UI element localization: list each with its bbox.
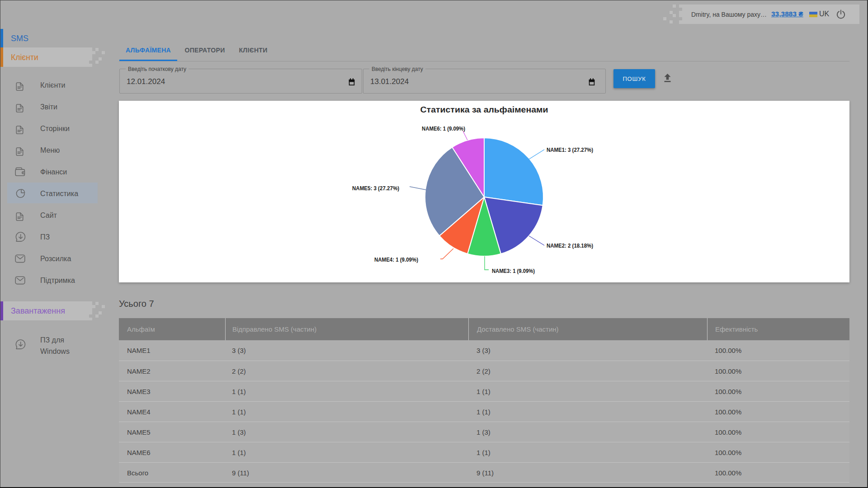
svg-text:NAME6: 1 (9.09%): NAME6: 1 (9.09%) xyxy=(422,125,465,132)
svg-text:NAME2: 2 (18.18%): NAME2: 2 (18.18%) xyxy=(547,242,593,249)
svg-text:NAME4: 1 (9.09%): NAME4: 1 (9.09%) xyxy=(374,256,418,263)
svg-text:Статистика за альфаіменами: Статистика за альфаіменами xyxy=(420,105,548,114)
svg-text:NAME3: 1 (9.09%): NAME3: 1 (9.09%) xyxy=(492,267,535,274)
svg-text:NAME1: 3 (27.27%): NAME1: 3 (27.27%) xyxy=(547,146,593,153)
svg-text:NAME5: 3 (27.27%): NAME5: 3 (27.27%) xyxy=(352,185,399,192)
